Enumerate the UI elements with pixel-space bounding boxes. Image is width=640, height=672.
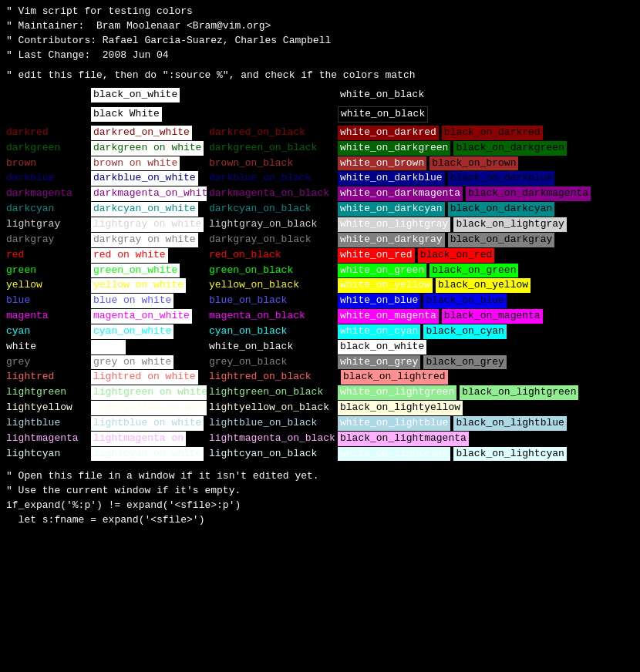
chip-black-on-brown: black_on_brown: [429, 156, 518, 171]
chip-blue-on-white: blue on white: [91, 294, 173, 308]
footer-line1: " Open this file in a window if it isn't…: [6, 469, 634, 484]
row-darkred: darkred darkred_on_white darkred_on_blac…: [6, 126, 634, 140]
chip-black-on-darkred: black_on_darkred: [442, 126, 543, 140]
chip-lightgreen-on-black: lightgreen_on_black: [207, 385, 325, 400]
header-white-on-black: white_on_black: [338, 88, 426, 102]
chip-darkgray-on-black: darkgray_on_black: [207, 233, 314, 247]
row-white: white white white_on_black black_on_whit…: [6, 340, 634, 354]
footer-line2: " Use the current window if it's empty.: [6, 484, 634, 499]
row-yellow: yellow yellow on white yellow_on_black w…: [6, 278, 634, 293]
row-blue: blue blue on white blue_on_black white_o…: [6, 294, 634, 308]
chip-brown-on-black: brown_on_black: [207, 156, 295, 171]
chip-black-on-cyan: black_on_cyan: [423, 324, 506, 339]
row-lightgreen: lightgreen lightgreen on white lightgree…: [6, 385, 634, 400]
chip-brown-on-white: brown on white: [91, 156, 180, 171]
chip-lightcyan-on-black: lightcyan_on_black: [207, 447, 319, 462]
color-name-blue: blue: [6, 294, 91, 308]
color-name-lightmagenta: lightmagenta: [6, 432, 91, 446]
color-name-white: white: [6, 340, 91, 354]
chip-lightyellow-on-white: lightyellow on white: [91, 401, 216, 415]
chip-black-on-white: black White: [91, 107, 162, 122]
chip-lightgray-on-black: lightgray_on_black: [207, 217, 319, 232]
row-lightyellow: lightyellow lightyellow on white lightye…: [6, 401, 634, 415]
chip-white-on-blue: white_on_blue: [338, 294, 420, 308]
chip-white-on-darkgray: white_on_darkgray: [338, 233, 445, 247]
chip-green-on-black: green_on_black: [207, 264, 295, 278]
color-name-red: red: [6, 248, 91, 263]
chip-white-on-lightgreen: white_on_lightgreen: [338, 385, 456, 400]
chip-white-on-yellow-label: white_on_yellow: [338, 278, 433, 293]
chip-magenta-on-white: magenta_on_white: [91, 309, 192, 324]
chip-green-on-white: green_on_white: [91, 264, 180, 278]
row-darkgray: darkgray darkgray on white darkgray_on_b…: [6, 233, 634, 247]
chip-black-on-magenta: black_on_magenta: [442, 309, 543, 324]
chip-lightred-on-black: lightred_on_black: [207, 370, 314, 385]
chip-yellow-on-black: yellow_on_black: [207, 278, 301, 293]
row-lightred: lightred lightred on white lightred_on_b…: [6, 370, 634, 385]
chip-darkmagenta-on-black: darkmagenta_on_black: [207, 186, 332, 201]
chip-black-on-lightgreen: black_on_lightgreen: [460, 385, 578, 400]
chip-black-on-red: black_on_red: [418, 248, 495, 263]
chip-white-on-lightblue: white_on_lightblue: [338, 416, 450, 431]
row-magenta: magenta magenta_on_white magenta_on_blac…: [6, 309, 634, 324]
chip-lightblue-on-black: lightblue_on_black: [207, 416, 319, 431]
header-black-on-white: black_on_white: [91, 88, 180, 102]
color-name-lightcyan: lightcyan: [6, 447, 91, 462]
row-brown: brown brown on white brown_on_black whit…: [6, 156, 634, 171]
chip-red-on-black: red_on_black: [207, 248, 284, 263]
color-name-lightblue: lightblue: [6, 416, 91, 431]
chip-grey-on-white: grey on white: [91, 355, 173, 370]
color-name-lightyellow: lightyellow: [6, 401, 91, 415]
chip-red-on-white: red on white: [91, 248, 168, 263]
chip-black-on-white-2: black_on_white: [338, 340, 426, 354]
chip-darkred-on-white: darkred_on_white: [91, 126, 192, 140]
row-darkgreen: darkgreen darkgreen on white darkgreen_o…: [6, 141, 634, 156]
chip-blue-on-black: blue_on_black: [207, 294, 289, 308]
color-name-lightred: lightred: [6, 370, 91, 385]
column-headers: black_on_white white_on_black: [6, 88, 634, 102]
chip-white-on-darkred: white_on_darkred: [338, 126, 439, 140]
header-line4: " Last Change: 2008 Jun 04: [6, 49, 634, 63]
chip-white-on-lightgray: white_on_lightgray: [338, 217, 450, 232]
row-red: red red on white red_on_black white_on_r…: [6, 248, 634, 263]
row-darkblue: darkblue darkblue_on_white darkblue_on_b…: [6, 171, 634, 186]
header-line3: " Contributors: Rafael Garcia-Suarez, Ch…: [6, 34, 634, 49]
row-lightgray: lightgray lightgray on white lightgray_o…: [6, 217, 634, 232]
chip-white-on-green: white_on_green: [338, 264, 426, 278]
chip-black-on-lightgray: black_on_lightgray: [453, 217, 566, 232]
row-lightmagenta: lightmagenta lightmagenta on lightmagent…: [6, 432, 634, 446]
chip-cyan-on-white: cyan_on_white: [91, 324, 173, 339]
chip-black-on-lightred: black_on_lightred: [341, 370, 448, 385]
chip-black-on-lightblue: black_on_lightblue: [453, 416, 566, 431]
chip-white-on-darkgreen: white_on_darkgreen: [338, 141, 450, 156]
chip-darkgray-on-white: darkgray on white: [91, 233, 198, 247]
chip-black-on-darkgreen: black_on_darkgreen: [453, 141, 566, 156]
color-name-lightgreen: lightgreen: [6, 385, 91, 400]
chip-white-on-black: white_on_black: [338, 106, 428, 123]
chip-lightmagenta-on-black: lightmagenta_on_black: [207, 432, 338, 446]
row-darkmagenta: darkmagenta darkmagenta_on_white darkmag…: [6, 186, 634, 201]
row-cyan: cyan cyan_on_white cyan_on_black white_o…: [6, 324, 634, 339]
color-name-darkred: darkred: [6, 126, 91, 140]
row-green: green green_on_white green_on_black whit…: [6, 264, 634, 278]
chip-black-on-blue: black_on_blue: [423, 294, 506, 308]
color-name-darkgray: darkgray: [6, 233, 91, 247]
chip-black-on-darkblue: black_on_darkblue: [448, 171, 555, 186]
chip-black-on-yellow: black_on_yellow: [436, 278, 531, 293]
chip-black-on-darkgray: black_on_darkgray: [448, 233, 555, 247]
edit-note: " edit this file, then do ":source %", a…: [6, 69, 634, 83]
chip-black-on-lightcyan: black_on_lightcyan: [453, 447, 566, 462]
chip-lightmagenta-on-white: lightmagenta on: [91, 432, 186, 446]
chip-black-on-darkcyan: black_on_darkcyan: [448, 202, 555, 217]
color-name-brown: brown: [6, 156, 91, 171]
chip-black-on-lightmagenta: black_on_lightmagenta: [338, 432, 469, 446]
color-name-lightgray: lightgray: [6, 217, 91, 232]
footer: " Open this file in a window if it isn't…: [6, 469, 634, 527]
chip-darkblue-on-white: darkblue_on_white: [91, 171, 198, 186]
color-name-darkblue: darkblue: [6, 171, 91, 186]
chip-white-on-cyan: white_on_cyan: [338, 324, 420, 339]
chip-darkgreen-on-white: darkgreen on white: [91, 141, 204, 156]
chip-white-on-magenta: white_on_magenta: [338, 309, 439, 324]
chip-black-on-grey: black_on_grey: [423, 355, 506, 370]
chip-yellow-on-white: yellow on white: [91, 278, 186, 293]
